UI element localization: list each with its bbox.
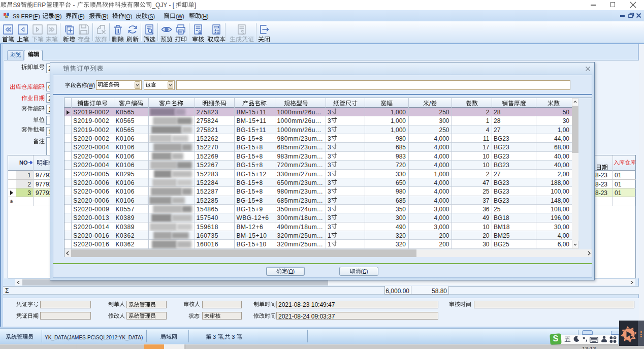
svg-text:/: /	[429, 100, 431, 107]
svg-text:(W): (W)	[176, 13, 184, 19]
svg-text:(W): (W)	[87, 83, 95, 88]
svg-text:(H): (H)	[201, 13, 209, 19]
svg-text:,: ,	[223, 333, 224, 339]
svg-text:-: -	[71, 2, 77, 9]
svg-text:(O): (O)	[124, 13, 132, 19]
svg-text:3: 3	[211, 333, 217, 339]
svg-text:S9: S9	[13, 2, 21, 9]
svg-text:(F): (F)	[78, 13, 84, 19]
svg-text:_QJY - [: _QJY - [	[151, 2, 174, 9]
svg-text:]: ]	[195, 2, 196, 9]
svg-text:(R): (R)	[101, 13, 109, 19]
svg-text:(R): (R)	[54, 13, 62, 19]
svg-text:ERP: ERP	[33, 2, 46, 9]
svg-text:(S): (S)	[148, 13, 155, 19]
svg-text:3: 3	[230, 333, 236, 339]
